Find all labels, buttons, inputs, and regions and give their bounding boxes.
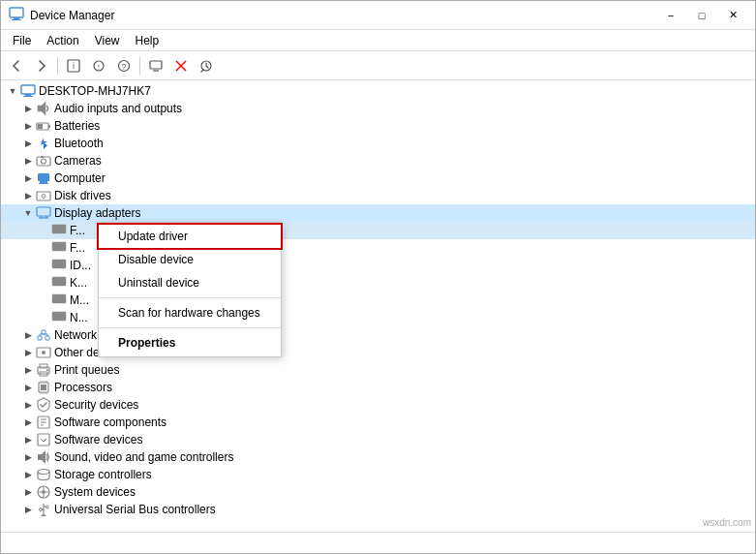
menu-view[interactable]: View [87,32,128,49]
tree-item-system[interactable]: ▶ System devices [1,483,755,501]
disk-icon [36,188,51,203]
other-icon [36,345,51,360]
context-menu-update-driver[interactable]: Update driver [99,225,281,248]
context-menu-properties[interactable]: Properties [99,331,281,354]
cameras-label: Cameras [54,154,102,168]
title-bar-left: Device Manager [9,6,114,24]
tree-item-storage[interactable]: ▶ Storage controllers [1,466,755,483]
system-label: System devices [54,485,136,499]
cameras-expand-icon[interactable]: ▶ [20,153,36,169]
context-menu-scan[interactable]: Scan for hardware changes [99,301,281,324]
display-sub6-expand [36,310,51,325]
toolbar-help[interactable]: ? [112,55,136,77]
svg-rect-38 [52,294,66,303]
usb-expand-icon[interactable]: ▶ [20,502,36,517]
tree-item-usb[interactable]: ▶ Universal Serial Bus controllers [1,501,755,518]
menu-file[interactable]: File [5,32,39,49]
sound-label: Sound, video and game controllers [54,450,233,464]
svg-rect-14 [21,85,35,94]
title-bar-controls: − □ ✕ [656,6,747,25]
svg-marker-75 [41,513,46,516]
display-expand-icon[interactable]: ▼ [20,205,36,221]
display-sub5-icon [51,292,67,308]
print-icon [36,362,51,378]
tree-item-batteries[interactable]: ▶ Batteries [1,117,755,135]
display-sub5-label: M... [70,293,89,307]
context-menu-uninstall-device[interactable]: Uninstall device [99,271,281,294]
svg-marker-17 [38,102,45,115]
audio-label: Audio inputs and outputs [54,102,182,115]
tree-item-cameras[interactable]: ▶ Cameras [1,152,755,169]
toolbar-forward[interactable] [30,55,53,77]
sound-icon [36,449,51,465]
tree-item-print[interactable]: ▶ Print queues [1,361,755,379]
context-menu-disable-device[interactable]: Disable device [99,248,281,271]
display-sub3-icon [51,258,67,273]
toolbar-properties[interactable]: i [62,55,85,77]
display-sub1-expand [36,223,51,238]
toolbar-sep-1 [57,57,58,75]
root-expand-icon[interactable]: ▼ [5,83,20,99]
swcomp-label: Software components [54,416,166,429]
tree-item-computer[interactable]: ▶ Computer [1,169,755,187]
toolbar-monitor[interactable] [144,55,167,77]
toolbar-scan[interactable] [195,55,218,77]
display-sub3-label: ID... [70,259,91,272]
tree-item-sound[interactable]: ▶ Sound, video and game controllers [1,448,755,466]
system-expand-icon[interactable]: ▶ [20,484,36,500]
tree-item-swcomp[interactable]: ▶ Software components [1,414,755,431]
tree-item-display[interactable]: ▼ Display adapters [1,204,755,222]
storage-icon [36,467,51,482]
tree-root[interactable]: ▼ DESKTOP-MHJ7HK7 [1,82,755,100]
other-expand-icon[interactable]: ▶ [20,345,36,360]
display-sub4-expand [36,275,51,291]
disable-device-label: Disable device [118,253,194,266]
computer-expand-icon[interactable]: ▶ [20,170,36,186]
tree-item-disk[interactable]: ▶ Disk drives [1,187,755,204]
processors-icon [36,380,51,395]
svg-rect-65 [38,434,49,446]
network-expand-icon[interactable]: ▶ [20,327,36,343]
menu-help[interactable]: Help [128,32,167,49]
menu-action[interactable]: Action [39,32,86,49]
storage-expand-icon[interactable]: ▶ [20,467,36,482]
toolbar-remove[interactable] [169,55,193,77]
swdev-label: Software devices [54,433,142,446]
audio-expand-icon[interactable]: ▶ [20,101,36,116]
svg-rect-2 [12,19,21,20]
svg-rect-34 [52,225,66,233]
maximize-button[interactable]: □ [687,6,716,25]
toolbar-update[interactable]: ↑ [87,55,110,77]
disk-expand-icon[interactable]: ▶ [20,188,36,203]
tree-item-audio[interactable]: ▶ Audio inputs and outputs [1,100,755,117]
disk-label: Disk drives [54,189,111,202]
display-icon [36,205,51,221]
toolbar-back[interactable] [5,55,28,77]
status-bar [1,532,755,553]
svg-rect-9 [150,61,162,69]
tree-item-processors[interactable]: ▶ Processors [1,379,755,396]
processors-expand-icon[interactable]: ▶ [20,380,36,395]
tree-item-bluetooth[interactable]: ▶ Bluetooth [1,135,755,152]
security-expand-icon[interactable]: ▶ [20,397,36,413]
bluetooth-expand-icon[interactable]: ▶ [20,136,36,151]
swdev-expand-icon[interactable]: ▶ [20,432,36,447]
svg-rect-54 [41,385,46,390]
print-expand-icon[interactable]: ▶ [20,362,36,378]
batteries-expand-icon[interactable]: ▶ [20,118,36,134]
display-sub2-icon [51,240,67,256]
context-menu-sep-2 [99,327,281,328]
root-computer-icon [20,83,36,99]
sound-expand-icon[interactable]: ▶ [20,449,36,465]
swcomp-expand-icon[interactable]: ▶ [20,415,36,430]
tree-item-security[interactable]: ▶ Security devices [1,396,755,414]
display-sub6-icon [51,310,67,325]
computer-label: Computer [54,171,106,185]
minimize-button[interactable]: − [656,6,685,25]
properties-label: Properties [118,336,175,350]
display-sub5-expand [36,292,51,308]
close-button[interactable]: ✕ [718,6,747,25]
tree-item-swdev[interactable]: ▶ Software devices [1,431,755,448]
audio-icon [36,101,51,116]
storage-label: Storage controllers [54,468,152,481]
